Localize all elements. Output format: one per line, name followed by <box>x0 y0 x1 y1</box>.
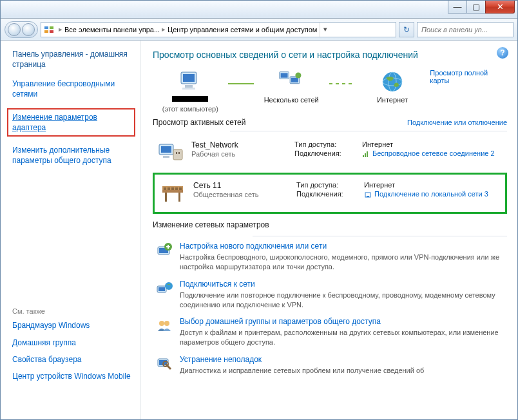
see-also-firewall[interactable]: Брандмауэр Windows <box>12 320 133 330</box>
svg-rect-18 <box>163 156 169 158</box>
svg-rect-25 <box>162 190 183 193</box>
map-connector <box>228 83 254 84</box>
active-networks-heading: Просмотр активных сетей <box>153 118 245 127</box>
svg-rect-6 <box>185 85 193 88</box>
svg-rect-3 <box>50 30 53 33</box>
connections-label: Подключения: <box>296 190 364 198</box>
map-multiple-label: Несколько сетей <box>254 96 329 104</box>
computer-icon <box>177 69 203 95</box>
work-network-icon <box>157 140 185 165</box>
task-link[interactable]: Настройка нового подключения или сети <box>180 242 507 251</box>
svg-rect-30 <box>168 187 170 190</box>
svg-rect-21 <box>178 152 180 154</box>
svg-rect-19 <box>173 149 182 160</box>
svg-rect-29 <box>164 187 166 190</box>
svg-rect-31 <box>171 187 174 190</box>
crumb-all-items[interactable]: Все элементы панели упра... <box>64 26 160 33</box>
refresh-button[interactable]: ↻ <box>399 22 414 37</box>
close-button[interactable]: ✕ <box>485 1 515 14</box>
svg-rect-20 <box>176 152 177 154</box>
svg-point-12 <box>296 72 302 78</box>
task-new-connection: Настройка нового подключения или сети На… <box>153 242 507 272</box>
control-panel-icon <box>44 24 54 35</box>
task-homegroup: Выбор домашней группы и параметров общег… <box>153 317 507 347</box>
view-full-map-link[interactable]: Просмотр полной карты <box>430 69 507 84</box>
breadcrumb-dropdown[interactable]: ▾ <box>320 23 330 37</box>
svg-rect-0 <box>44 26 48 29</box>
globe-icon <box>379 69 405 95</box>
network-name[interactable]: Test_Network Рабочая сеть <box>191 140 288 165</box>
divider <box>253 236 507 236</box>
titlebar: — ▢ ✕ <box>1 1 517 19</box>
task-link[interactable]: Подключиться к сети <box>180 280 507 289</box>
help-icon[interactable]: ? <box>497 47 508 59</box>
svg-rect-5 <box>183 74 195 82</box>
sidebar-link-adapter[interactable]: Изменение параметров адаптера <box>7 108 135 137</box>
change-settings-heading: Изменение сетевых параметров <box>153 220 507 229</box>
network-row-public: Сеть 11 Общественная сеть Тип доступа: И… <box>153 173 507 214</box>
svg-point-13 <box>383 72 402 91</box>
map-internet[interactable]: Интернет <box>355 69 430 104</box>
map-internet-label: Интернет <box>355 96 430 104</box>
public-network-icon <box>158 181 187 205</box>
task-desc: Настройка беспроводного, широкополосного… <box>180 253 507 272</box>
connect-icon <box>155 280 173 298</box>
svg-rect-24 <box>367 151 368 157</box>
sidebar-link-advanced-sharing[interactable]: Изменить дополнительные параметры общего… <box>12 145 133 166</box>
network-row-work: Test_Network Рабочая сеть Тип доступа: И… <box>153 137 507 171</box>
access-type-value: Интернет <box>364 181 395 189</box>
network-map: (этот компьютер) Несколько сетей Интерне… <box>153 69 507 113</box>
map-this-pc[interactable]: (этот компьютер) <box>153 69 228 113</box>
svg-point-43 <box>164 321 169 326</box>
access-type-value: Интернет <box>362 140 393 148</box>
sidebar: Панель управления - домашняя страница Уп… <box>1 41 141 419</box>
see-also-homegroup[interactable]: Домашняя группа <box>12 338 133 348</box>
svg-rect-9 <box>281 73 288 77</box>
pc-name-redacted <box>172 96 208 102</box>
map-this-pc-sub: (этот компьютер) <box>153 105 228 113</box>
svg-rect-11 <box>291 78 298 82</box>
main-content: ? Просмотр основных сведений о сети и на… <box>141 41 517 419</box>
divider <box>230 131 507 131</box>
maximize-button[interactable]: ▢ <box>466 1 486 14</box>
svg-point-42 <box>159 321 164 326</box>
task-connect-network: Подключиться к сети Подключение или повт… <box>153 280 507 310</box>
access-type-label: Тип доступа: <box>296 181 364 189</box>
svg-rect-1 <box>50 26 53 29</box>
breadcrumb[interactable]: ▸ Все элементы панели упра... ▸ Центр уп… <box>41 22 396 37</box>
sidebar-heading[interactable]: Панель управления - домашняя страница <box>12 50 133 70</box>
nav-back-forward[interactable] <box>5 21 38 38</box>
connection-link[interactable]: Беспроводное сетевое соединение 2 <box>362 149 495 158</box>
network-name[interactable]: Сеть 11 Общественная сеть <box>193 181 290 205</box>
connection-link[interactable]: Подключение по локальной сети 3 <box>364 190 488 198</box>
network-type: Рабочая сеть <box>191 150 235 158</box>
svg-point-41 <box>165 282 173 290</box>
svg-rect-7 <box>182 88 195 90</box>
back-button[interactable] <box>8 23 21 36</box>
task-link[interactable]: Выбор домашней группы и параметров общег… <box>180 317 507 326</box>
ethernet-icon <box>364 191 372 198</box>
connect-disconnect-link[interactable]: Подключение или отключение <box>407 119 507 126</box>
address-bar: ▸ Все элементы панели упра... ▸ Центр уп… <box>1 19 517 41</box>
see-also-browser[interactable]: Свойства браузера <box>12 354 133 365</box>
svg-rect-17 <box>161 146 171 153</box>
crumb-network-center[interactable]: Центр управления сетями и общим доступом <box>168 26 317 33</box>
wireless-signal-icon <box>362 150 370 158</box>
search-input[interactable] <box>417 22 513 37</box>
svg-rect-2 <box>44 30 48 33</box>
svg-rect-35 <box>367 196 369 197</box>
map-multiple-networks[interactable]: Несколько сетей <box>254 69 329 104</box>
svg-rect-22 <box>363 155 364 157</box>
task-desc: Диагностика и исправление сетевых пробле… <box>180 366 507 376</box>
minimize-button[interactable]: — <box>448 1 467 14</box>
new-connection-icon <box>155 242 173 260</box>
network-type: Общественная сеть <box>193 191 259 198</box>
forward-button[interactable] <box>22 23 35 36</box>
page-title: Просмотр основных сведений о сети и наст… <box>153 50 507 60</box>
see-also-mobile[interactable]: Центр устройств Windows Mobile <box>12 371 133 381</box>
sidebar-link-wireless[interactable]: Управление беспроводными сетями <box>12 79 133 99</box>
task-troubleshoot: Устранение неполадок Диагностика и испра… <box>153 355 507 376</box>
task-link[interactable]: Устранение неполадок <box>180 355 507 364</box>
svg-rect-33 <box>179 187 182 190</box>
svg-rect-23 <box>365 153 366 157</box>
